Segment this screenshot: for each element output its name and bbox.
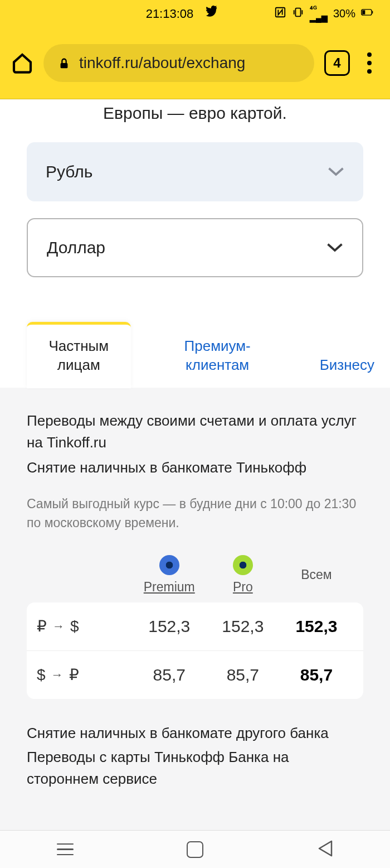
back-button[interactable]	[316, 840, 333, 859]
arrow-right-icon: →	[51, 668, 64, 682]
lock-icon	[58, 56, 70, 70]
rate-all: 152,3	[280, 617, 353, 636]
rate-pro: 152,3	[206, 617, 280, 636]
subtitle-text: Европы — евро картой.	[0, 99, 390, 142]
rate-premium: 85,7	[133, 666, 206, 684]
page-content: Европы — евро картой. Рубль Доллар Частн…	[0, 99, 390, 857]
clock: 21:13:08	[146, 7, 194, 21]
svg-rect-5	[61, 63, 68, 68]
tab-personal-label: Частным лицам	[49, 337, 109, 373]
nfc-icon	[274, 6, 286, 21]
home-icon[interactable]	[11, 52, 33, 74]
tab-count-value: 4	[333, 55, 340, 71]
after-desc-2: Переводы с карты Тинькофф Банка на сторо…	[27, 746, 363, 790]
to-symbol: ₽	[69, 666, 79, 684]
to-symbol: $	[70, 618, 79, 635]
address-bar[interactable]: tinkoff.ru/about/exchang	[43, 44, 314, 82]
section-fine-print: Самый выгодный курс — в будние дни с 10:…	[27, 494, 363, 533]
pro-label: Pro	[233, 580, 253, 595]
svg-rect-3	[362, 10, 365, 14]
system-nav-bar	[0, 830, 390, 868]
tab-premium-label: Премиум-клиентам	[184, 337, 251, 373]
svg-rect-1	[295, 8, 300, 16]
home-button[interactable]	[187, 841, 203, 858]
tab-business[interactable]: Бизнесу	[304, 344, 390, 388]
plan-all-header: Всем	[280, 567, 353, 582]
tab-switcher[interactable]: 4	[324, 50, 350, 76]
rate-premium: 152,3	[133, 617, 206, 636]
status-center: 21:13:08	[17, 6, 274, 21]
status-bar: 21:13:08 ⁴ᴳ▂▄▆ 30%	[0, 0, 390, 27]
rate-all: 85,7	[280, 666, 353, 684]
currency-to-label: Доллар	[47, 238, 105, 257]
premium-plan-icon	[159, 555, 179, 575]
rates-header: Premium Pro Всем	[27, 555, 363, 602]
status-icons: ⁴ᴳ▂▄▆ 30%	[274, 4, 373, 22]
section-desc-1: Переводы между своими счетами и оплата у…	[27, 410, 363, 454]
browser-toolbar: tinkoff.ru/about/exchang 4	[0, 27, 390, 99]
rate-pro: 85,7	[206, 666, 280, 684]
tab-premium[interactable]: Премиум-клиентам	[158, 325, 277, 388]
rate-row-rub-usd: ₽ → $ 152,3 152,3 152,3	[27, 602, 363, 651]
rate-direction: ₽ → $	[37, 617, 133, 635]
from-symbol: $	[37, 666, 46, 684]
rates-table: ₽ → $ 152,3 152,3 152,3 $ → ₽ 85,7 85,7	[27, 602, 363, 699]
battery-text: 30%	[333, 7, 355, 20]
currency-from-label: Рубль	[46, 162, 92, 181]
tabs-container: Частным лицам Премиум-клиентам Бизнесу П…	[0, 322, 390, 857]
signal-4g-icon: ⁴ᴳ▂▄▆	[310, 4, 328, 22]
svg-rect-4	[372, 11, 373, 13]
arrow-right-icon: →	[52, 619, 65, 634]
plan-pro-header[interactable]: Pro	[206, 555, 280, 595]
twitter-icon	[205, 7, 217, 21]
from-symbol: ₽	[37, 617, 47, 635]
tab-personal[interactable]: Частным лицам	[27, 322, 131, 388]
currency-from-select[interactable]: Рубль	[27, 142, 363, 201]
url-text: tinkoff.ru/about/exchang	[79, 54, 245, 72]
overflow-menu[interactable]	[360, 52, 379, 74]
rate-row-usd-rub: $ → ₽ 85,7 85,7 85,7	[27, 651, 363, 699]
currency-to-select[interactable]: Доллар	[27, 218, 363, 277]
rates-section: Переводы между своими счетами и оплата у…	[0, 388, 390, 857]
pro-plan-icon	[233, 555, 253, 575]
after-desc-1: Снятие наличных в банкомате другого банк…	[27, 722, 363, 744]
plan-premium-header[interactable]: Premium	[133, 555, 206, 595]
recents-button[interactable]	[57, 843, 74, 856]
rate-direction: $ → ₽	[37, 666, 133, 684]
section-desc-2: Снятие наличных в банкомате Тинькофф	[27, 457, 363, 479]
battery-icon	[361, 6, 373, 21]
vibrate-icon	[292, 6, 304, 21]
chevron-down-icon	[326, 243, 343, 253]
premium-label: Premium	[144, 580, 195, 595]
chevron-down-icon	[328, 167, 344, 177]
tab-business-label: Бизнесу	[320, 356, 374, 373]
all-label: Всем	[301, 567, 332, 582]
